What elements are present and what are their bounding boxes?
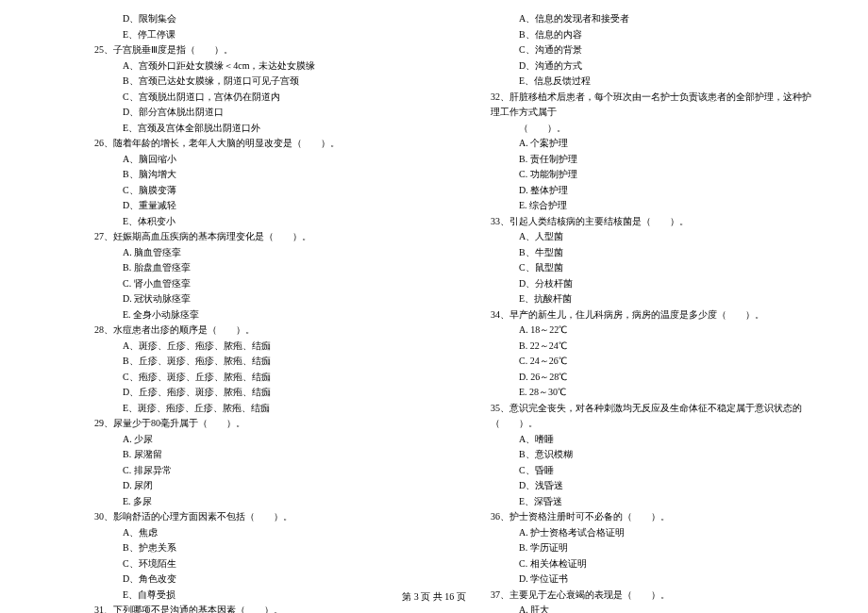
option-line: A. 少尿	[94, 432, 415, 448]
option-line: B、宫颈已达处女膜缘，阴道口可见子宫颈	[94, 74, 415, 90]
question-line: 27、妊娠期高血压疾病的基本病理变化是（ ）。	[94, 229, 415, 245]
option-line: （ ）。	[491, 121, 811, 137]
option-line: E、信息反馈过程	[491, 74, 811, 90]
option-line: D. 26～28℃	[491, 370, 811, 386]
option-line: A、信息的发现者和接受者	[491, 11, 811, 27]
option-line: E. 28～30℃	[491, 385, 811, 401]
option-line: C、昏睡	[491, 463, 811, 479]
question-line: 28、水痘患者出疹的顺序是（ ）。	[94, 323, 415, 339]
question-line: 32、肝脏移植术后患者，每个班次由一名护士负责该患者的全部护理，这种护理工作方式…	[491, 90, 811, 121]
option-line: D、浅昏迷	[491, 478, 811, 494]
question-line: 26、随着年龄的增长，老年人大脑的明显改变是（ ）。	[94, 136, 415, 152]
option-line: B、意识模糊	[491, 447, 811, 463]
option-line: E、斑疹、疱疹、丘疹、脓疱、结痂	[94, 401, 415, 417]
option-line: C、疱疹、斑疹、丘疹、脓疱、结痂	[94, 370, 415, 386]
option-line: E、体积变小	[94, 214, 415, 230]
option-line: C. 24～26℃	[491, 354, 811, 370]
question-line: 34、早产的新生儿，住儿科病房，病房的温度是多少度（ ）。	[491, 307, 811, 323]
option-line: D. 尿闭	[94, 478, 415, 494]
option-line: D、分枝杆菌	[491, 276, 811, 292]
option-line: D、部分宫体脱出阴道口	[94, 105, 415, 121]
option-line: D、沟通的方式	[491, 58, 811, 75]
option-line: B、牛型菌	[491, 245, 811, 261]
option-line: C、环境陌生	[94, 556, 415, 572]
option-line: D. 整体护理	[491, 183, 811, 199]
option-line: B. 22～24℃	[491, 339, 811, 355]
question-line: 31、下列哪项不是沟通的基本因素（ ）。	[94, 603, 415, 613]
option-line: B. 胎盘血管痉挛	[94, 260, 415, 276]
option-line: A、焦虑	[94, 525, 415, 541]
option-line: A. 肝大	[491, 603, 811, 613]
option-line: A. 护士资格考试合格证明	[491, 525, 811, 541]
left-column: D、限制集会E、停工停课25、子宫脱垂Ⅲ度是指（ ）。A、宫颈外口距处女膜缘＜4…	[94, 11, 415, 613]
page-footer: 第 3 页 共 16 页	[0, 590, 868, 604]
option-line: A、嗜睡	[491, 432, 811, 448]
option-line: D、重量减轻	[94, 198, 415, 214]
option-line: C. 排尿异常	[94, 463, 415, 479]
option-line: A. 18～22℃	[491, 323, 811, 339]
option-line: A、脑回缩小	[94, 152, 415, 168]
question-line: 25、子宫脱垂Ⅲ度是指（ ）。	[94, 42, 415, 58]
option-line: A、宫颈外口距处女膜缘＜4cm，未达处女膜缘	[94, 58, 415, 75]
question-line: 33、引起人类结核病的主要结核菌是（ ）。	[491, 214, 811, 230]
option-line: B、丘疹、斑疹、疱疹、脓疱、结痂	[94, 354, 415, 370]
option-line: B. 责任制护理	[491, 152, 811, 168]
option-line: E. 多尿	[94, 494, 415, 510]
option-line: B. 尿潴留	[94, 447, 415, 463]
option-line: A、斑疹、丘疹、疱疹、脓疱、结痂	[94, 339, 415, 355]
page-container: D、限制集会E、停工停课25、子宫脱垂Ⅲ度是指（ ）。A、宫颈外口距处女膜缘＜4…	[0, 0, 868, 613]
option-line: E. 综合护理	[491, 198, 811, 214]
option-line: E、抗酸杆菌	[491, 291, 811, 307]
option-line: C、鼠型菌	[491, 260, 811, 276]
option-line: D、角色改变	[94, 572, 415, 588]
option-line: C、宫颈脱出阴道口，宫体仍在阴道内	[94, 90, 415, 106]
option-line: B、信息的内容	[491, 27, 811, 43]
option-line: C、沟通的背景	[491, 42, 811, 58]
option-line: B、护患关系	[94, 540, 415, 556]
option-line: D、丘疹、疱疹、斑疹、脓疱、结痂	[94, 385, 415, 401]
option-line: A、人型菌	[491, 229, 811, 245]
option-line: E. 全身小动脉痉挛	[94, 307, 415, 323]
question-line: 35、意识完全丧失，对各种刺激均无反应及生命体征不稳定属于意识状态的（ ）。	[491, 401, 811, 432]
option-line: B、脑沟增大	[94, 167, 415, 183]
option-line: C. 相关体检证明	[491, 556, 811, 572]
question-line: 36、护士资格注册时可不必备的（ ）。	[491, 509, 811, 525]
option-line: D、限制集会	[94, 11, 415, 27]
option-line: D. 冠状动脉痉挛	[94, 291, 415, 307]
option-line: C. 功能制护理	[491, 167, 811, 183]
option-line: C、脑膜变薄	[94, 183, 415, 199]
option-line: A. 个案护理	[491, 136, 811, 152]
right-column: A、信息的发现者和接受者B、信息的内容C、沟通的背景D、沟通的方式E、信息反馈过…	[491, 11, 811, 613]
question-line: 29、尿量少于80毫升属于（ ）。	[94, 416, 415, 432]
option-line: E、深昏迷	[491, 494, 811, 510]
option-line: C. 肾小血管痉挛	[94, 276, 415, 292]
option-line: E、宫颈及宫体全部脱出阴道口外	[94, 121, 415, 137]
option-line: A. 脑血管痉挛	[94, 245, 415, 261]
option-line: B. 学历证明	[491, 540, 811, 556]
question-line: 30、影响舒适的心理方面因素不包括（ ）。	[94, 509, 415, 525]
option-line: E、停工停课	[94, 27, 415, 43]
option-line: D. 学位证书	[491, 572, 811, 588]
